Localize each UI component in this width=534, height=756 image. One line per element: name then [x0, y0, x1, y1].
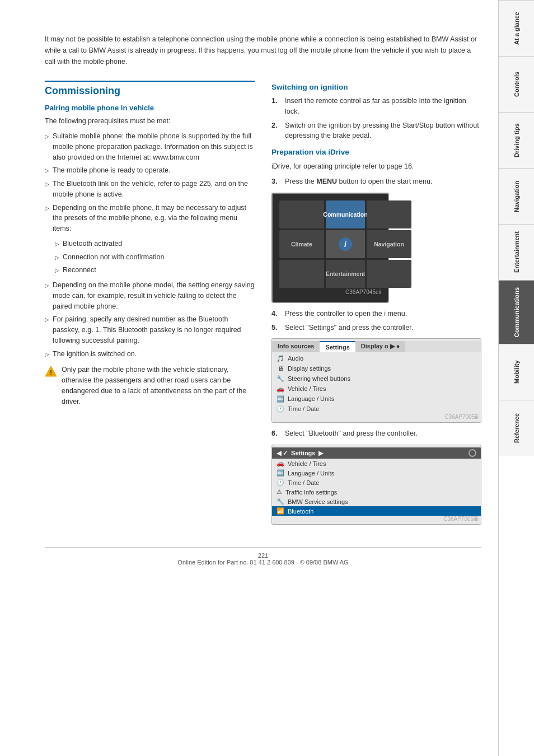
list-item: The Bluetooth link on the vehicle, refer…	[45, 179, 255, 200]
svg-text:!: !	[50, 369, 52, 376]
switching-ignition-title: Switching on ignition	[271, 83, 481, 91]
step-3: Press the MENU button to open the start …	[271, 176, 481, 187]
bt-row-bluetooth: 📶Bluetooth	[272, 506, 481, 516]
warning-icon: !	[45, 365, 57, 377]
tab-display: Display o ▶ ●	[355, 341, 406, 352]
step-4: Press the controller to open the i menu.	[271, 309, 481, 319]
settings-screen: Info sources Settings Display o ▶ ● 🎵 Au…	[271, 338, 481, 423]
list-item: Depending on the mobile phone model, the…	[45, 280, 255, 311]
settings-row-audio: 🎵 Audio	[272, 353, 481, 363]
sidebar-tab-driving-tips[interactable]: Driving tips	[499, 112, 534, 168]
sidebar-tab-at-a-glance[interactable]: At a glance	[499, 0, 534, 56]
steering-icon: 🔧	[277, 375, 284, 382]
list-item: Bluetooth activated	[55, 239, 255, 249]
screen-label-2: C36AP7005iii	[272, 414, 481, 420]
list-item: Reconnect	[55, 265, 255, 276]
step-5: Select "Settings" and press the controll…	[271, 323, 481, 333]
warning-box: ! Only pair the mobile phone with the ve…	[45, 365, 255, 407]
menu-cell-center: i	[326, 230, 365, 258]
prerequisites-intro: The following prerequisites must be met:	[45, 115, 255, 127]
sidebar-tab-mobility[interactable]: Mobility	[499, 344, 534, 400]
ignition-steps: Insert the remote control as far as poss…	[271, 96, 481, 141]
list-item: Suitable mobile phone: the mobile phone …	[45, 131, 255, 162]
idrive-text: iDrive, for operating principle refer to…	[271, 161, 481, 172]
main-content: It may not be possible to establish a te…	[0, 0, 498, 756]
commissioning-title: Commissioning	[45, 81, 255, 97]
content-columns: Commissioning Pairing mobile phone in ve…	[45, 81, 481, 530]
prerequisites-list: Suitable mobile phone: the mobile phone …	[45, 131, 255, 234]
screen-label-3: C36AP7005iiii	[272, 516, 481, 522]
tab-info-sources: Info sources	[272, 341, 320, 352]
menu-cell-climate: Climate	[279, 230, 324, 258]
audio-icon: 🎵	[277, 354, 284, 362]
preparation-idrive-title: Preparation via iDrive	[271, 148, 481, 156]
pairing-title: Pairing mobile phone in vehicle	[45, 104, 255, 112]
sidebar-tabs: At a glance Controls Driving tips Naviga…	[498, 0, 534, 756]
sidebar-tab-controls[interactable]: Controls	[499, 56, 534, 112]
menu-cell-empty-br	[367, 260, 411, 288]
step-2: Switch on the ignition by pressing the S…	[271, 120, 481, 142]
menu-cell-empty-bl	[279, 260, 324, 288]
idrive-steps-2: Press the controller to open the i menu.…	[271, 309, 481, 333]
time-icon: 🕐	[277, 405, 284, 413]
more-bullets-list: Depending on the mobile phone model, the…	[45, 280, 255, 359]
menu-cell-empty-tr	[367, 200, 411, 228]
list-item: Depending on the mobile phone, it may be…	[45, 203, 255, 234]
idrive-step-6: Select "Bluetooth" and press the control…	[271, 428, 481, 439]
step-6: Select "Bluetooth" and press the control…	[271, 428, 481, 439]
sidebar-tab-navigation[interactable]: Navigation	[499, 168, 534, 224]
sidebar-tab-entertainment[interactable]: Entertainment	[499, 224, 534, 280]
display-icon: 🖥	[277, 365, 284, 372]
vehicle-icon: 🚗	[277, 385, 284, 393]
bt-row-bmw-service: 🔧BMW Service settings	[272, 497, 481, 506]
list-item: The ignition is switched on.	[45, 349, 255, 360]
bt-row-traffic: ⚠Traffic Info settings	[272, 487, 481, 497]
bluetooth-screen: ◀ ✓ Settings ▶ 🚗Vehicle / Tires 🔤Languag…	[271, 445, 481, 525]
center-i-icon: i	[339, 237, 352, 251]
footer-text: Online Edition for Part no. 01 41 2 600 …	[45, 559, 481, 566]
menu-cell-communication: Communication	[326, 200, 365, 228]
menu-cell-entertainment: Entertainment	[326, 260, 365, 288]
idrive-menu-grid: Communication Climate i Navigation Enter…	[279, 200, 381, 288]
settings-header: Info sources Settings Display o ▶ ●	[272, 341, 481, 352]
menu-cell-empty-tl	[279, 200, 324, 228]
sidebar-tab-communications[interactable]: Communications	[499, 280, 534, 344]
step-1: Insert the remote control as far as poss…	[271, 96, 481, 117]
page-footer: 221 Online Edition for Part no. 01 41 2 …	[45, 547, 481, 566]
bt-row-time: 🕐Time / Date	[272, 478, 481, 487]
bt-row-language: 🔤Language / Units	[272, 468, 481, 478]
idrive-menu-screen: Communication Climate i Navigation Enter…	[271, 193, 389, 303]
sidebar-tab-reference[interactable]: Reference	[499, 400, 534, 456]
idrive-steps: Press the MENU button to open the start …	[271, 176, 481, 187]
settings-row-steering: 🔧 Steering wheel buttons	[272, 374, 481, 384]
list-item: Connection not with confirmation	[55, 252, 255, 263]
sub-bullets-list: Bluetooth activated Connection not with …	[55, 239, 255, 276]
page-number: 221	[45, 552, 481, 559]
left-column: Commissioning Pairing mobile phone in ve…	[45, 81, 255, 530]
list-item: For pairing, specify any desired number …	[45, 314, 255, 346]
warning-text: Only pair the mobile phone with the vehi…	[62, 365, 255, 407]
list-item: The mobile phone is ready to operate.	[45, 165, 255, 176]
bt-header: ◀ ✓ Settings ▶	[272, 447, 481, 459]
language-icon: 🔤	[277, 395, 284, 403]
menu-cell-navigation: Navigation	[367, 230, 411, 258]
bt-row-vehicle: 🚗Vehicle / Tires	[272, 459, 481, 468]
screen-label-1: C36AP7045eii	[279, 289, 381, 295]
settings-row-vehicle: 🚗 Vehicle / Tires	[272, 384, 481, 394]
tab-settings: Settings	[320, 341, 355, 352]
right-column: Switching on ignition Insert the remote …	[271, 81, 481, 530]
intro-text: It may not be possible to establish a te…	[45, 34, 481, 67]
settings-row-language: 🔤 Language / Units	[272, 394, 481, 404]
settings-row-time: 🕐 Time / Date	[272, 404, 481, 414]
settings-row-display: 🖥 Display settings	[272, 363, 481, 374]
